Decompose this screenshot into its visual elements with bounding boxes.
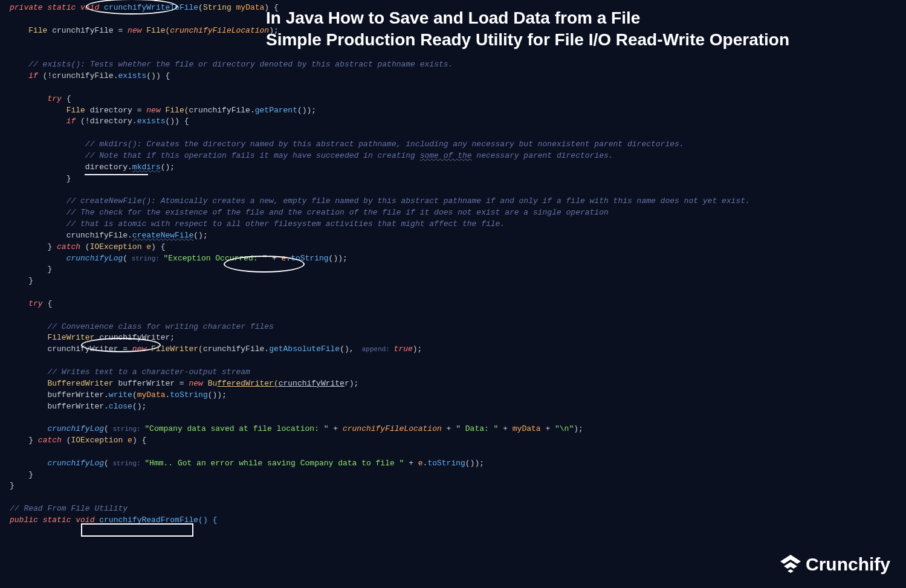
dot: . (250, 106, 255, 115)
kw-static: static (47, 3, 76, 12)
str-saved: "Company data saved at file location: " (144, 424, 328, 433)
arg-writer2: r (345, 379, 349, 388)
var-crunchifyFile: crunchifyFile (52, 26, 113, 35)
cmt-pt2: necessary parent directories. (472, 151, 613, 160)
paren: ( (104, 459, 109, 468)
brace: { (43, 299, 53, 308)
obj: crunchifyFile (52, 71, 113, 80)
type-string: String (203, 3, 231, 12)
op-plus: + (498, 424, 512, 433)
kw-private: private (10, 3, 43, 12)
fn-createnewfile: createNewFile (132, 231, 193, 240)
txt: ()) { (146, 71, 170, 80)
rect-annotation-readmethod (81, 523, 193, 537)
kw-public: public (10, 515, 38, 525)
op-plus: + (404, 459, 418, 468)
type-file: File (66, 106, 85, 115)
fn-getabsolutefile: getAbsoluteFile (269, 344, 340, 354)
fn-write: write (109, 390, 132, 399)
txt: ) { (132, 436, 146, 445)
comment: // exists(): Tests whether the file or d… (28, 60, 453, 69)
paren: (), (340, 344, 354, 354)
paren: ( (80, 242, 90, 251)
dot: . (104, 390, 109, 399)
var-e: e (418, 459, 423, 468)
obj: directory (85, 163, 128, 172)
fn-crunchifylog: crunchifyLog (47, 424, 104, 433)
circle-annotation-writer (81, 338, 161, 352)
kw-catch: catch (57, 242, 80, 251)
arg-fileloc: crunchifyFileLocation (170, 26, 269, 35)
type-bufferedwriter: BufferedWriter (47, 379, 113, 388)
obj: crunchifyFile (189, 106, 250, 115)
str-newline: "\n" (555, 424, 574, 433)
dot: . (264, 344, 269, 354)
crunchify-logo: Crunchify (780, 551, 890, 578)
bool-true: true (394, 344, 413, 354)
comment-readutil: // Read From File Utility (10, 504, 128, 513)
brace: } (10, 481, 15, 490)
fn-tostring: toString (427, 459, 465, 468)
var-e: e (123, 436, 132, 445)
hint-append: append: (354, 346, 394, 353)
arg-writer: crunchifyWrite (279, 379, 345, 388)
kw-new: new (189, 379, 202, 388)
brace: { (62, 94, 71, 103)
arg-mydata: myData (137, 390, 166, 399)
txt: (! (38, 71, 52, 80)
logo-text: Crunchify (806, 551, 890, 578)
code-block: private static void crunchifyWriteToFile… (10, 2, 906, 526)
txt: ) { (151, 242, 165, 251)
var-e: e (141, 242, 151, 251)
var-directory: directory (90, 106, 132, 115)
type-ioexception: IOException (90, 242, 142, 251)
ctor-file: File( (161, 106, 189, 115)
comment: // that is atomic with respect to all ot… (66, 219, 505, 228)
param-mydata: myData (236, 3, 265, 12)
brace: } (28, 436, 38, 445)
var-mydata: myData (513, 424, 541, 433)
end: ()); (465, 459, 484, 468)
obj: directory (90, 117, 132, 126)
end: ()); (208, 390, 227, 399)
obj: crunchifyFile (203, 344, 264, 354)
dot: . (132, 117, 137, 126)
comment: // createNewFile(): Atomically creates a… (66, 196, 750, 205)
hint-string: string: (128, 255, 163, 262)
op-plus: + (442, 424, 456, 433)
fn-exists: exists (118, 71, 146, 80)
hint-string: string: (109, 460, 144, 467)
op-plus: + (541, 424, 555, 433)
end: (); (193, 231, 207, 240)
brace: ) { (264, 3, 278, 12)
kw-static: static (43, 515, 71, 525)
paren: ( (132, 390, 137, 399)
end: ); (269, 26, 279, 35)
txt: ()) { (165, 117, 189, 126)
kw-new: new (146, 106, 160, 115)
var-fileloc: crunchifyFileLocation (343, 424, 442, 433)
comment: // Writes text to a character-output str… (47, 367, 250, 376)
obj: crunchifyFile (66, 231, 128, 240)
kw-catch: catch (38, 436, 62, 445)
cmt-underlined: some of the (420, 151, 472, 160)
fn-getparent: getParent (255, 106, 297, 115)
dot: . (128, 231, 132, 240)
fn-close: close (109, 402, 132, 411)
dot: . (104, 402, 109, 411)
op-eq: = (114, 26, 128, 35)
fn-crunchifylog: crunchifyLog (66, 254, 123, 263)
fn-mkdirs: mkdirs (132, 163, 161, 172)
txt: ()); (297, 106, 316, 115)
fn-exists: exists (137, 117, 166, 126)
cmt-pt1: // Note that if this operation fails it … (85, 151, 420, 160)
paren: ( (123, 254, 128, 263)
brace: } (47, 265, 52, 274)
end: (); (132, 402, 146, 411)
circle-annotation-tostring (224, 256, 305, 273)
dot: . (128, 163, 132, 172)
comment: // mkdirs(): Creates the directory named… (85, 140, 684, 149)
fn-tostring: toString (170, 390, 207, 399)
kw-try: try (47, 94, 61, 103)
ctor-bw1: Bu (203, 379, 217, 388)
